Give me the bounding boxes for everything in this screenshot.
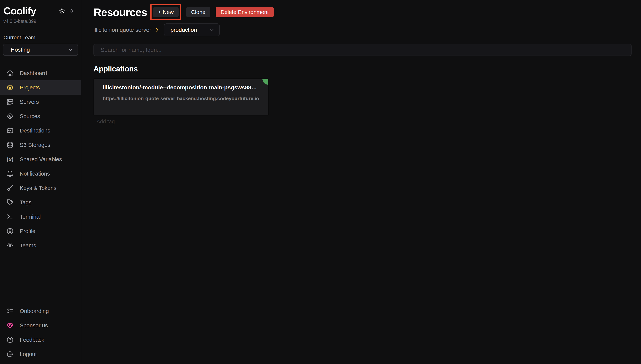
git-diamond-icon — [7, 113, 14, 120]
key-icon — [7, 184, 14, 192]
tag-icon — [7, 199, 14, 206]
team-select[interactable]: Hosting — [3, 44, 78, 56]
sidebar-item-dashboard[interactable]: Dashboard — [0, 66, 81, 80]
chevron-right-icon — [154, 27, 159, 32]
sidebar-item-tags[interactable]: Tags — [0, 195, 81, 210]
new-button[interactable]: + New — [153, 7, 179, 18]
layers-icon — [7, 84, 14, 91]
sidebar-item-keys-tokens[interactable]: Keys & Tokens — [0, 181, 81, 195]
sidebar-footer-nav: Onboarding Sponsor us Feedback Logout — [0, 304, 81, 361]
server-icon — [7, 98, 14, 106]
sidebar-item-onboarding[interactable]: Onboarding — [0, 304, 81, 318]
status-indicator-corner — [262, 79, 268, 85]
environment-select[interactable]: production — [164, 24, 220, 36]
home-icon — [7, 70, 14, 77]
sidebar-item-notifications[interactable]: Notifications — [0, 166, 81, 181]
app-logo[interactable]: Coolify — [4, 5, 36, 17]
sidebar-item-projects[interactable]: Projects — [0, 80, 81, 95]
help-circle-icon — [7, 336, 14, 344]
search-bar — [94, 44, 631, 56]
delete-environment-button[interactable]: Delete Environment — [216, 7, 274, 18]
checklist-icon — [7, 308, 14, 315]
application-url: https://illicitonion-quote-server-backen… — [103, 96, 259, 102]
breadcrumb-project-link[interactable]: illicitonion quote server — [94, 27, 151, 33]
sidebar-item-sponsor-us[interactable]: Sponsor us — [0, 318, 81, 333]
current-team-label: Current Team — [0, 24, 81, 41]
user-circle-icon — [7, 228, 14, 235]
main-content: Resources + New Clone Delete Environment… — [82, 0, 641, 364]
updown-chevrons-icon[interactable] — [69, 8, 74, 14]
app-version: v4.0.0-beta.399 — [0, 17, 81, 24]
sidebar-item-teams[interactable]: Teams — [0, 238, 81, 253]
applications-list: illicitestonion/-module--decomposition:m… — [94, 78, 631, 116]
sidebar-item-terminal[interactable]: Terminal — [0, 210, 81, 224]
search-input[interactable] — [94, 44, 631, 56]
sidebar-item-shared-variables[interactable]: (x) Shared Variables — [0, 152, 81, 166]
application-name: illicitestonion/-module--decomposition:m… — [103, 84, 259, 91]
sidebar-item-servers[interactable]: Servers — [0, 95, 81, 109]
database-icon — [7, 141, 14, 148]
chevron-down-icon — [68, 47, 73, 52]
application-card[interactable]: illicitestonion/-module--decomposition:m… — [94, 78, 269, 116]
sidebar-nav: Dashboard Projects Servers Sources Desti… — [0, 66, 81, 253]
logout-icon — [7, 350, 14, 358]
bell-icon — [7, 170, 14, 177]
users-icon — [7, 242, 14, 249]
sidebar-item-s3-storages[interactable]: S3 Storages — [0, 138, 81, 152]
sidebar-item-feedback[interactable]: Feedback — [0, 333, 81, 347]
map-icon — [7, 127, 14, 134]
heart-handshake-icon — [7, 322, 14, 329]
page-title: Resources — [94, 6, 147, 18]
breadcrumb: illicitonion quote server production — [94, 24, 631, 36]
sidebar: Coolify v4.0.0-beta.399 Current Team Hos… — [0, 0, 81, 364]
sun-icon[interactable] — [59, 7, 65, 14]
team-select-value: Hosting — [11, 46, 30, 53]
add-tag-label[interactable]: Add tag — [97, 118, 631, 124]
environment-select-value: production — [170, 27, 197, 33]
applications-section-title: Applications — [94, 65, 631, 73]
terminal-icon — [7, 213, 14, 220]
sidebar-item-destinations[interactable]: Destinations — [0, 124, 81, 138]
sidebar-item-sources[interactable]: Sources — [0, 109, 81, 124]
variable-icon: (x) — [7, 156, 14, 162]
sidebar-item-logout[interactable]: Logout — [0, 347, 81, 361]
chevron-down-icon — [209, 27, 215, 33]
page-header: Resources + New Clone Delete Environment — [94, 4, 631, 20]
clone-button[interactable]: Clone — [186, 7, 210, 18]
annotation-highlight-box: + New — [150, 4, 181, 20]
sidebar-item-profile[interactable]: Profile — [0, 224, 81, 238]
